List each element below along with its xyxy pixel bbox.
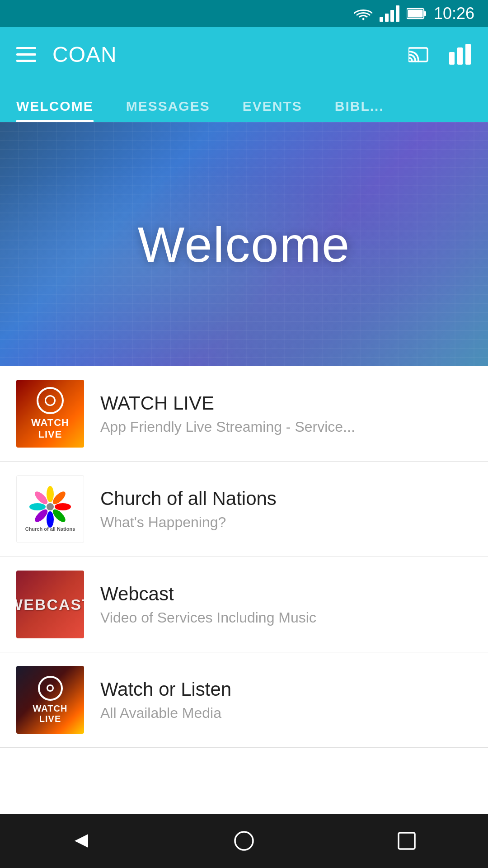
signal-icon: [380, 5, 399, 22]
svg-rect-19: [399, 833, 415, 849]
tab-bible[interactable]: BIBL...: [319, 81, 400, 122]
svg-rect-6: [465, 44, 471, 65]
wifi-icon: [354, 7, 372, 20]
list-item-coan[interactable]: Church of all Nations Church of all Nati…: [0, 462, 488, 557]
battery-icon: [407, 7, 427, 20]
list-item-watch-live[interactable]: WATCHLIVE WATCH LIVE App Friendly Live S…: [0, 366, 488, 462]
svg-point-18: [235, 832, 253, 850]
tabs-bar: WELCOME MESSAGES EVENTS BIBL...: [0, 81, 488, 122]
watch-listen-thumbnail: WATCHLIVE: [16, 666, 84, 734]
content-list: WATCHLIVE WATCH LIVE App Friendly Live S…: [0, 366, 488, 748]
list-item-webcast[interactable]: WEBCAST Webcast Video of Services Includ…: [0, 557, 488, 652]
status-bar: 10:26: [0, 0, 488, 27]
svg-rect-2: [408, 10, 422, 18]
welcome-banner: Welcome: [0, 122, 488, 366]
app-title: COAN: [52, 42, 117, 67]
coan-title: Church of all Nations: [100, 488, 472, 509]
webcast-text: Webcast Video of Services Including Musi…: [100, 583, 472, 626]
tab-messages[interactable]: MESSAGES: [110, 81, 226, 122]
watch-live-thumbnail: WATCHLIVE: [16, 380, 84, 448]
webcast-subtitle: Video of Services Including Music: [100, 609, 472, 626]
svg-point-11: [47, 511, 54, 528]
svg-rect-4: [449, 52, 455, 65]
webcast-title: Webcast: [100, 583, 472, 605]
navigation-bar: [0, 814, 488, 868]
svg-point-15: [47, 503, 54, 510]
svg-rect-1: [424, 11, 426, 16]
coan-subtitle: What's Happening?: [100, 514, 472, 531]
analytics-icon[interactable]: [448, 43, 472, 66]
watch-live-subtitle: App Friendly Live Streaming - Service...: [100, 419, 472, 435]
svg-marker-17: [75, 834, 88, 848]
watch-listen-text: Watch or Listen All Available Media: [100, 679, 472, 722]
webcast-thumbnail: WEBCAST: [16, 571, 84, 638]
webcast-thumb-label: WEBCAST: [16, 596, 84, 613]
svg-text:Church of all Nations: Church of all Nations: [25, 526, 75, 532]
back-button[interactable]: [63, 823, 99, 859]
coan-text: Church of all Nations What's Happening?: [100, 488, 472, 531]
list-item-watch-or-listen[interactable]: WATCHLIVE Watch or Listen All Available …: [0, 652, 488, 748]
svg-point-9: [55, 503, 71, 510]
watch-listen-subtitle: All Available Media: [100, 705, 472, 722]
watch-live-title: WATCH LIVE: [100, 392, 472, 414]
coan-thumbnail: Church of all Nations: [16, 475, 84, 543]
home-button[interactable]: [226, 823, 262, 859]
status-time: 10:26: [434, 4, 474, 23]
menu-button[interactable]: [16, 47, 36, 62]
cast-icon[interactable]: [408, 44, 432, 64]
app-bar: COAN: [0, 27, 488, 81]
recents-button[interactable]: [389, 823, 425, 859]
svg-point-13: [29, 503, 46, 510]
welcome-title: Welcome: [138, 216, 350, 273]
watch-live-text: WATCH LIVE App Friendly Live Streaming -…: [100, 392, 472, 435]
svg-point-7: [47, 486, 54, 502]
watch-listen-title: Watch or Listen: [100, 679, 472, 700]
tab-events[interactable]: EVENTS: [226, 81, 319, 122]
tab-welcome[interactable]: WELCOME: [0, 81, 110, 122]
svg-rect-5: [457, 47, 463, 65]
